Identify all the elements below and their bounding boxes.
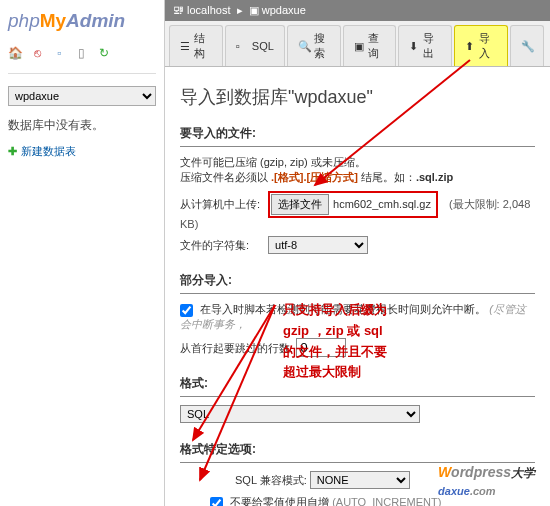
charset-label: 文件的字符集:: [180, 238, 265, 253]
sql-icon[interactable]: ▫: [52, 46, 67, 61]
upload-label: 从计算机中上传:: [180, 197, 265, 212]
allow-interrupt-checkbox[interactable]: [180, 304, 193, 317]
reload-icon[interactable]: ↻: [96, 46, 111, 61]
search-icon: 🔍: [298, 40, 310, 52]
charset-select[interactable]: utf-8: [268, 236, 368, 254]
compat-label: SQL 兼容模式:: [235, 474, 307, 486]
breadcrumb: 🖳 localhost ▸ ▣ wpdaxue: [165, 0, 550, 21]
db-icon: ▣: [249, 4, 259, 16]
exit-icon[interactable]: ⎋: [30, 46, 45, 61]
partial-import-header: 部分导入:: [180, 268, 535, 294]
logo: phpMyAdmin: [8, 4, 156, 42]
wrench-icon: 🔧: [521, 40, 533, 52]
breadcrumb-host[interactable]: localhost: [187, 4, 230, 16]
watermark: Wordpress大学 daxue.com: [438, 464, 535, 498]
sql-icon: ▫: [236, 40, 248, 52]
file-chooser-group: 选择文件hcm602_cmh.sql.gz: [268, 191, 438, 218]
choose-file-button[interactable]: 选择文件: [271, 194, 329, 215]
tab-export[interactable]: ⬇导出: [398, 25, 452, 66]
tab-query[interactable]: ▣查询: [343, 25, 397, 66]
chosen-file-name: hcm602_cmh.sql.gz: [329, 196, 435, 212]
skip-rows-input[interactable]: [296, 338, 346, 357]
skip-rows-label: 从首行起要跳过的行数:: [180, 342, 293, 354]
plus-icon: ✚: [8, 145, 17, 157]
format-select[interactable]: SQL: [180, 405, 420, 423]
compat-select[interactable]: NONE: [310, 471, 410, 489]
tab-more[interactable]: 🔧: [510, 25, 544, 66]
export-icon: ⬇: [409, 40, 419, 52]
home-icon[interactable]: 🏠: [8, 46, 23, 61]
import-icon: ⬆: [465, 40, 475, 52]
database-select[interactable]: wpdaxue: [8, 86, 156, 106]
tab-sql[interactable]: ▫SQL: [225, 25, 285, 66]
query-icon: ▣: [354, 40, 364, 52]
doc-icon[interactable]: ▯: [74, 46, 89, 61]
compress-note: 文件可能已压缩 (gzip, zip) 或未压缩。 压缩文件名必须以 .[格式]…: [180, 155, 535, 185]
server-icon: 🖳: [173, 4, 184, 16]
tab-search[interactable]: 🔍搜索: [287, 25, 341, 66]
auto-increment-label: 不要给零值使用自增: [230, 496, 329, 506]
structure-icon: ☰: [180, 40, 190, 52]
tab-import[interactable]: ⬆导入: [454, 25, 508, 66]
page-title: 导入到数据库"wpdaxue": [180, 77, 535, 121]
format-options-header: 格式特定选项:: [180, 437, 535, 463]
import-file-header: 要导入的文件:: [180, 121, 535, 147]
breadcrumb-db[interactable]: wpdaxue: [262, 4, 306, 16]
tabs-bar: ☰结构 ▫SQL 🔍搜索 ▣查询 ⬇导出 ⬆导入 🔧: [165, 21, 550, 67]
no-tables-text: 数据库中没有表。: [8, 112, 156, 139]
sidebar-toolbar: 🏠 ⎋ ▫ ▯ ↻: [8, 42, 156, 67]
tab-structure[interactable]: ☰结构: [169, 25, 223, 66]
format-header: 格式:: [180, 371, 535, 397]
interrupt-label: 在导入时脚本若检测到可能需要花费很长时间则允许中断。: [200, 303, 486, 315]
auto-increment-checkbox[interactable]: [210, 497, 223, 506]
new-table-link[interactable]: ✚新建数据表: [8, 139, 156, 164]
